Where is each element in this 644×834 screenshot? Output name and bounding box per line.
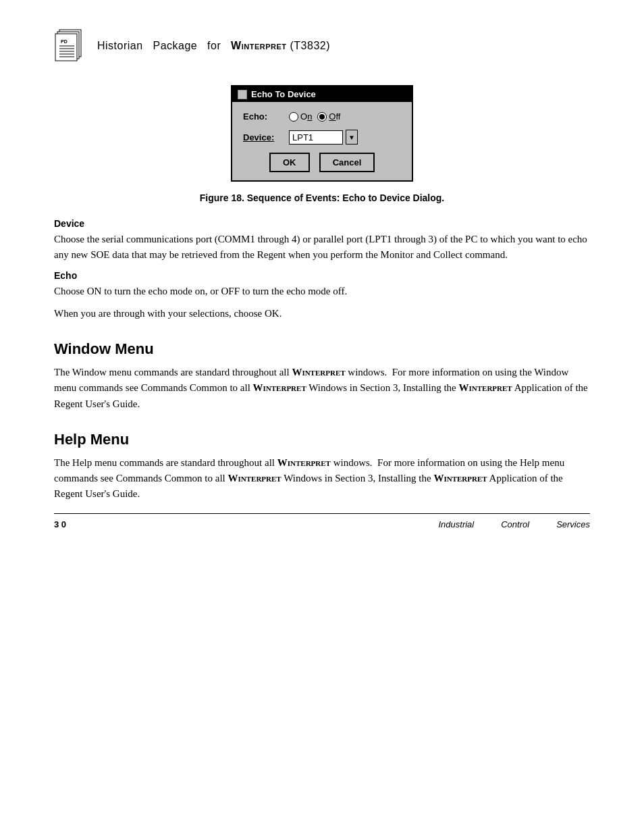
device-section-heading: Device bbox=[54, 218, 590, 229]
page-number: 3 0 bbox=[54, 519, 66, 529]
radio-off[interactable]: Off bbox=[317, 111, 340, 122]
radio-on-label: On bbox=[300, 111, 312, 122]
echo-radio-group: On Off bbox=[289, 111, 340, 122]
dialog-title: Echo To Device bbox=[251, 89, 316, 99]
winterpret-ref-5: Winterpret bbox=[227, 473, 281, 484]
help-menu-text: The Help menu commands are standard thro… bbox=[54, 455, 590, 502]
device-row: Device: ▼ bbox=[243, 130, 401, 145]
header: PD Historian Package for Winterpret (T38… bbox=[54, 27, 590, 65]
winterpret-ref-1: Winterpret bbox=[292, 367, 345, 377]
echo-section-heading: Echo bbox=[54, 270, 590, 281]
ok-button[interactable]: OK bbox=[269, 153, 310, 172]
dialog-titlebar: Echo To Device bbox=[232, 86, 412, 102]
cancel-button[interactable]: Cancel bbox=[319, 153, 375, 172]
winterpret-ref-6: Winterpret bbox=[433, 473, 487, 484]
winterpret-ref-4: Winterpret bbox=[277, 457, 331, 468]
svg-text:PD: PD bbox=[61, 39, 68, 44]
header-title: Historian Package for Winterpret (T3832) bbox=[97, 40, 330, 52]
echo-label: Echo: bbox=[243, 111, 289, 122]
footer: 3 0 Industrial Control Services bbox=[54, 513, 590, 529]
titlebar-icon bbox=[238, 90, 247, 99]
footer-right: Industrial Control Services bbox=[66, 519, 590, 529]
footer-col2: Control bbox=[501, 519, 529, 529]
ok-note: When you are through with your selection… bbox=[54, 306, 590, 321]
page: PD Historian Package for Winterpret (T38… bbox=[0, 0, 644, 550]
radio-off-label: Off bbox=[329, 111, 340, 122]
window-menu-heading: Window Menu bbox=[54, 340, 590, 358]
radio-off-circle[interactable] bbox=[317, 112, 327, 122]
echo-section-text: Choose ON to turn the echo mode on, or O… bbox=[54, 284, 590, 299]
figure-caption: Figure 18. Sequence of Events: Echo to D… bbox=[54, 192, 590, 203]
device-spinner[interactable]: ▼ bbox=[346, 130, 358, 145]
device-input[interactable] bbox=[289, 130, 343, 145]
document-icon: PD bbox=[54, 27, 86, 65]
echo-row: Echo: On Off bbox=[243, 111, 401, 122]
winterpret-ref-3: Winterpret bbox=[459, 382, 512, 393]
radio-on[interactable]: On bbox=[289, 111, 312, 122]
device-section-text: Choose the serial communications port (C… bbox=[54, 232, 590, 263]
window-menu-text: The Window menu commands are standard th… bbox=[54, 365, 590, 412]
footer-col1: Industrial bbox=[438, 519, 474, 529]
device-field: ▼ bbox=[289, 130, 358, 145]
radio-on-circle[interactable] bbox=[289, 112, 298, 122]
footer-col3: Services bbox=[556, 519, 590, 529]
brand-name: Winterpret bbox=[231, 40, 286, 51]
dialog-container: Echo To Device Echo: On bbox=[54, 85, 590, 182]
echo-to-device-dialog: Echo To Device Echo: On bbox=[231, 85, 413, 182]
help-menu-heading: Help Menu bbox=[54, 431, 590, 448]
dialog-buttons: OK Cancel bbox=[243, 153, 401, 172]
device-label: Device: bbox=[243, 132, 289, 142]
winterpret-ref-2: Winterpret bbox=[253, 382, 306, 393]
dialog-body: Echo: On Off bbox=[232, 102, 412, 180]
